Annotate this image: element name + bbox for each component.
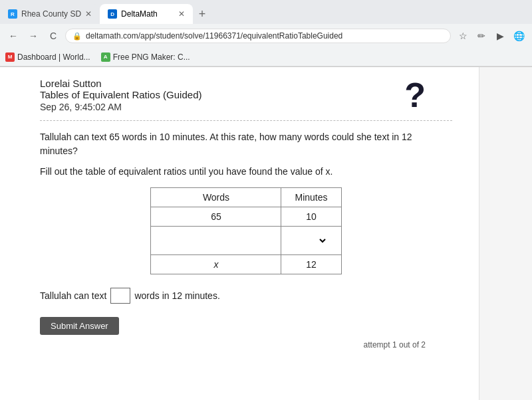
problem-text: Tallulah can text 65 words in 10 minutes… <box>40 130 452 158</box>
browser-chrome: R Rhea County SD ✕ D DeltaMath ✕ + ← → C… <box>0 0 532 67</box>
edit-icon[interactable]: ✏ <box>473 28 489 44</box>
table-row-1: 65 10 <box>151 207 341 227</box>
table-row-3: x 12 <box>151 255 341 274</box>
row2-minutes-dropdown[interactable]: 11 12 <box>295 231 327 250</box>
back-button[interactable]: ← <box>5 28 21 44</box>
refresh-button[interactable]: C <box>45 28 61 44</box>
globe-icon[interactable]: 🌐 <box>511 28 527 44</box>
student-name: Lorelai Sutton <box>40 78 201 89</box>
new-tab-button[interactable]: + <box>193 5 211 23</box>
tab-rhea-county[interactable]: R Rhea County SD ✕ <box>0 4 100 24</box>
forward-button[interactable]: → <box>25 28 41 44</box>
attempt-text: attempt 1 out of 2 <box>40 340 452 350</box>
submit-button[interactable]: Submit Answer <box>40 317 119 335</box>
tab-favicon-delta: D <box>108 9 117 19</box>
tab-favicon-rhea: R <box>8 9 17 19</box>
tab-bar: R Rhea County SD ✕ D DeltaMath ✕ + <box>0 0 532 24</box>
divider <box>40 120 452 121</box>
row3-minutes: 12 <box>281 255 341 274</box>
table-row-2: 11 12 <box>151 227 341 255</box>
row1-words: 65 <box>151 207 281 227</box>
row2-words-input[interactable] <box>151 231 281 250</box>
variable-x: x <box>213 259 218 270</box>
tab-deltamath[interactable]: D DeltaMath ✕ <box>100 4 193 24</box>
main-content: Lorelai Sutton Tables of Equivalent Rati… <box>0 67 532 400</box>
row2-minutes-cell: 11 12 <box>281 227 341 255</box>
bookmark-dashboard-label: Dashboard | World... <box>17 52 90 62</box>
lock-icon: 🔒 <box>72 32 82 41</box>
bookmark-favicon-png: A <box>101 52 110 62</box>
page-content: Lorelai Sutton Tables of Equivalent Rati… <box>0 67 479 400</box>
bookmark-png-label: Free PNG Maker: C... <box>113 52 190 62</box>
answer-suffix: words in 12 minutes. <box>134 290 219 301</box>
play-icon[interactable]: ▶ <box>492 28 508 44</box>
bookmark-png-maker[interactable]: A Free PNG Maker: C... <box>101 52 190 62</box>
ratio-table: Words Minutes 65 10 <box>150 187 341 274</box>
url-text: deltamath.com/app/student/solve/11966371… <box>86 31 444 41</box>
answer-prefix: Tallulah can text <box>40 290 106 301</box>
tab-rhea-label: Rhea County SD <box>21 9 81 19</box>
row3-words: x <box>151 255 281 274</box>
star-icon[interactable]: ☆ <box>455 28 471 44</box>
right-panel <box>479 67 532 400</box>
student-info: Lorelai Sutton Tables of Equivalent Rati… <box>40 78 452 112</box>
tab-rhea-close[interactable]: ✕ <box>85 9 92 19</box>
help-icon[interactable]: ? <box>404 78 426 112</box>
bookmarks-bar: M Dashboard | World... A Free PNG Maker:… <box>0 48 532 66</box>
answer-row: Tallulah can text words in 12 minutes. <box>40 288 452 304</box>
answer-input[interactable] <box>110 288 130 304</box>
bookmark-dashboard[interactable]: M Dashboard | World... <box>5 52 90 62</box>
assignment-title: Tables of Equivalent Ratios (Guided) <box>40 89 201 100</box>
address-box[interactable]: 🔒 deltamath.com/app/student/solve/119663… <box>65 29 451 43</box>
assignment-date: Sep 26, 9:45:02 AM <box>40 102 201 112</box>
row2-words-cell <box>151 227 281 255</box>
address-bar-row: ← → C 🔒 deltamath.com/app/student/solve/… <box>0 24 532 48</box>
instruction-text: Fill out the table of equivalent ratios … <box>40 166 452 177</box>
bookmark-favicon-dashboard: M <box>5 52 15 62</box>
col-header-words: Words <box>151 188 281 207</box>
table-container: Words Minutes 65 10 <box>40 187 452 274</box>
tab-deltamath-label: DeltaMath <box>121 9 158 19</box>
toolbar-icons: ☆ ✏ ▶ 🌐 <box>455 28 527 44</box>
col-header-minutes: Minutes <box>281 188 341 207</box>
tab-deltamath-close[interactable]: ✕ <box>178 9 185 19</box>
row1-minutes: 10 <box>281 207 341 227</box>
submit-row: Submit Answer <box>40 317 452 335</box>
